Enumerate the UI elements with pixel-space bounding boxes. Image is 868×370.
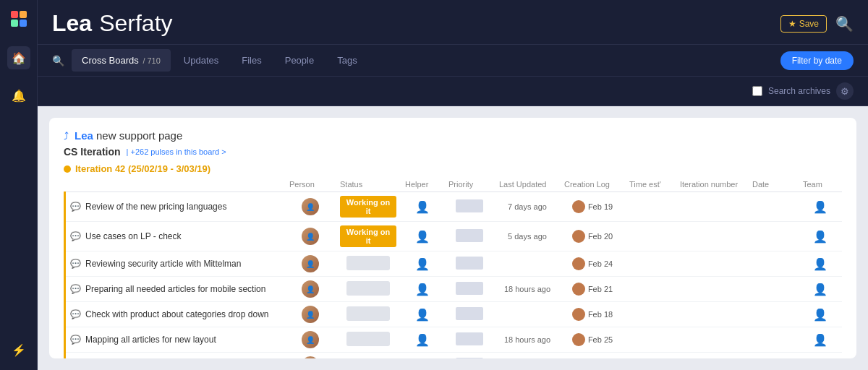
team-person-icon: 👤: [813, 309, 827, 321]
tab-tags[interactable]: Tags: [327, 49, 367, 72]
task-name-cell: 💬 Review of the new pricing languages: [70, 202, 281, 212]
page-title: Lea Serfaty: [52, 10, 173, 37]
save-button[interactable]: ★ Save: [780, 15, 827, 33]
table-row: 💬 Translating scrip videos for growth te…: [65, 353, 843, 359]
task-status-cell[interactable]: [336, 277, 401, 302]
task-status-cell[interactable]: [336, 251, 401, 277]
tab-people[interactable]: People: [275, 49, 324, 72]
search-archives-checkbox[interactable]: [752, 86, 762, 96]
tab-updates[interactable]: Updates: [174, 49, 229, 72]
creation-date: Feb 20: [588, 232, 613, 241]
creation-avatar: [572, 308, 585, 321]
task-status-cell[interactable]: [336, 327, 401, 353]
tab-cross-boards[interactable]: Cross Boards / 710: [72, 49, 171, 72]
avatar: 👤: [302, 356, 319, 358]
header-search-icon[interactable]: 🔍: [835, 15, 854, 33]
task-date-cell: [748, 353, 799, 359]
task-name-text: Mapping all articles for new layout: [85, 335, 216, 345]
task-team-cell: 👤: [799, 353, 842, 359]
task-name-cell: 💬 Reviewing security article with Mittel…: [70, 259, 281, 269]
pulses-link[interactable]: | +262 pulses in this board >: [127, 147, 226, 156]
iteration-title: Iteration 42 (25/02/19 - 3/03/19): [75, 163, 210, 174]
navigation-bar: 🔍 Cross Boards / 710 Updates Files Peopl…: [38, 45, 868, 77]
tab-people-label: People: [285, 55, 314, 66]
task-priority-cell: [444, 327, 495, 353]
task-creation-log-cell: Feb 24: [560, 251, 625, 277]
tab-files[interactable]: Files: [231, 49, 271, 72]
search-archives-label: Search archives: [768, 86, 830, 96]
task-iteration-cell: [676, 327, 748, 353]
col-person: Person: [285, 177, 336, 192]
main-content: Lea Serfaty ★ Save 🔍 🔍 Cross Boards / 71…: [38, 0, 868, 370]
creation-avatar: [572, 257, 585, 270]
col-time-est: Time est': [625, 177, 676, 192]
task-person-cell: 👤: [285, 302, 336, 327]
creation-avatar: [572, 283, 585, 296]
task-team-cell: 👤: [799, 222, 842, 251]
task-creation-log-cell: Feb 21: [560, 277, 625, 302]
task-time-est-cell: [625, 192, 676, 222]
helper-person-icon: 👤: [415, 258, 430, 270]
task-person-cell: 👤: [285, 222, 336, 251]
helper-person-icon: 👤: [415, 201, 430, 213]
status-empty: [346, 332, 390, 346]
table-row: 💬 Use cases on LP - check 👤Working on it…: [65, 222, 843, 251]
iteration-dot-icon: [64, 165, 71, 173]
task-name-text: Review of the new pricing languages: [85, 202, 226, 212]
task-name-text: Use cases on LP - check: [85, 231, 182, 241]
sidebar-item-bell[interactable]: 🔔: [7, 84, 30, 107]
tab-cross-boards-count: / 710: [142, 56, 160, 65]
archives-bar: Search archives ⚙: [38, 77, 868, 106]
table-row: 💬 Reviewing security article with Mittel…: [65, 251, 843, 277]
task-name-cell: 💬 Preparing all needed articles for mobi…: [70, 284, 281, 294]
task-comment-icon: 💬: [70, 231, 81, 241]
board-card-header: ⤴ Lea new support page: [64, 129, 842, 142]
priority-empty: [456, 307, 483, 320]
settings-gear-icon[interactable]: ⚙: [836, 82, 854, 100]
task-comment-icon: 💬: [70, 202, 81, 212]
task-person-cell: 👤: [285, 251, 336, 277]
tab-cross-boards-label: Cross Boards: [82, 55, 139, 66]
tab-updates-label: Updates: [184, 55, 218, 66]
sidebar-item-home[interactable]: 🏠: [7, 46, 30, 69]
sidebar: 🏠 🔔 ⚡: [0, 0, 38, 370]
task-status-cell[interactable]: Working on it: [336, 192, 401, 222]
task-team-cell: 👤: [799, 192, 842, 222]
board-page-title-name: Lea: [75, 129, 93, 142]
task-status-cell[interactable]: Done: [336, 353, 401, 359]
task-comment-icon: 💬: [70, 335, 81, 345]
app-logo[interactable]: [9, 9, 29, 29]
task-priority-cell: [444, 251, 495, 277]
tasks-table: Person Status Helper Priority Last Updat…: [64, 177, 842, 358]
table-header-row: Person Status Helper Priority Last Updat…: [65, 177, 843, 192]
task-name-text: Check with product about categories drop…: [85, 309, 268, 319]
task-comment-icon: 💬: [70, 259, 81, 269]
task-creation-log-cell: Feb 25: [560, 353, 625, 359]
board-section-title: CS Iteration | +262 pulses in this board…: [64, 146, 842, 158]
task-iteration-cell: [676, 251, 748, 277]
filter-by-date-button[interactable]: Filter by date: [780, 51, 854, 70]
col-iteration-number: Iteration number: [676, 177, 748, 192]
sidebar-item-lightning[interactable]: ⚡: [7, 338, 30, 361]
task-time-est-cell: [625, 302, 676, 327]
helper-person-icon: 👤: [415, 334, 430, 346]
priority-empty: [456, 257, 483, 270]
status-empty: [346, 306, 390, 321]
task-comment-icon: 💬: [70, 284, 81, 294]
task-name-cell: 💬 Check with product about categories dr…: [70, 309, 281, 319]
task-helper-cell: 👤: [401, 192, 444, 222]
col-priority: Priority: [444, 177, 495, 192]
team-person-icon: 👤: [813, 334, 827, 346]
task-name-text: Reviewing security article with Mittelma…: [85, 259, 241, 269]
table-row: 💬 Review of the new pricing languages 👤W…: [65, 192, 843, 222]
page-header: Lea Serfaty ★ Save 🔍: [38, 0, 868, 45]
task-time-est-cell: [625, 277, 676, 302]
share-icon[interactable]: ⤴: [64, 130, 69, 142]
helper-person-icon: 👤: [415, 231, 430, 243]
task-status-cell[interactable]: Working on it: [336, 222, 401, 251]
task-last-updated-cell: [495, 251, 560, 277]
task-status-cell[interactable]: [336, 302, 401, 327]
task-helper-cell: 👤: [401, 277, 444, 302]
task-last-updated-cell: 18 hours ago: [495, 327, 560, 353]
nav-search-icon[interactable]: 🔍: [52, 55, 64, 66]
